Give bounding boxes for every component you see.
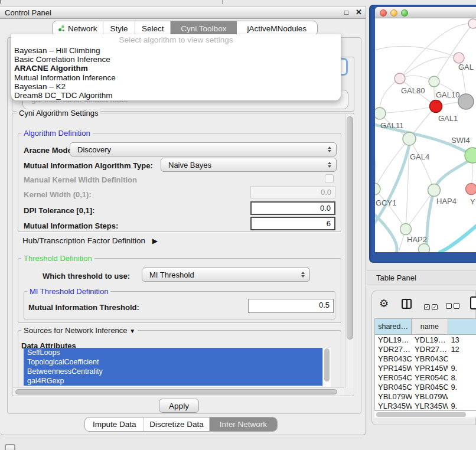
minimize-traffic-light[interactable] [390, 9, 397, 17]
table-row[interactable]: YBR043C YBR043C [375, 354, 476, 364]
list-item[interactable]: SelfLoops [24, 348, 322, 357]
cell: YBR043C [412, 354, 448, 364]
popup-item[interactable]: Mutual Information Inference [11, 73, 341, 82]
cell: YPR145W [412, 364, 448, 373]
settings-vscroll-thumb[interactable] [347, 116, 353, 340]
node-salmon[interactable] [466, 184, 476, 195]
node-gal1-red[interactable] [430, 100, 442, 113]
popup-item[interactable]: Bayesian – K2 [11, 82, 341, 91]
list-item[interactable]: BetweennessCentrality [24, 367, 322, 376]
table-row[interactable]: YER054C YER054C 8. [375, 373, 476, 383]
tab-discretize-data-label: Discretize Data [149, 420, 204, 429]
node-hap4[interactable] [428, 184, 441, 197]
collapsed-panel-button[interactable] [5, 444, 15, 450]
cell: YBL079W [412, 392, 448, 402]
label-gal4: GAL4 [410, 152, 429, 161]
columns-icon[interactable] [402, 299, 412, 309]
table-hscroll-thumb[interactable] [376, 412, 466, 417]
select-all-checks-icon[interactable]: ✓✓ [424, 301, 439, 311]
node-gal2[interactable] [454, 53, 464, 63]
tab-cyni-toolbox[interactable]: Cyni Toolbox [171, 21, 237, 35]
mi-threshold-label: Mutual Information Threshold: [28, 303, 139, 312]
sources-collapse-header[interactable]: Sources for Network Inference ▼ [21, 326, 138, 335]
tab-jactivemnodules[interactable]: jActiveMNodules [237, 21, 317, 35]
node-hap2[interactable] [400, 224, 412, 235]
gear-icon[interactable]: ⚙ [379, 297, 389, 310]
threshold-definition-label: Threshold Definition [21, 254, 94, 263]
clear-all-checks-icon[interactable] [446, 301, 461, 311]
attributes-scrollbar-thumb[interactable] [324, 348, 330, 381]
table-row[interactable]: YBR045C YBR045C 9. [375, 383, 476, 392]
tab-impute-data[interactable]: Impute Data [85, 418, 144, 431]
popup-item[interactable]: Basic Correlation Inference [11, 55, 341, 64]
new-table-icon[interactable] [470, 296, 476, 309]
network-labels: GAL80 GAL10 GAL GAL1 GAL11 GAL4 SWI4 GCY… [376, 63, 475, 244]
table-row[interactable]: YDL19… YDL19… 13 [375, 335, 476, 345]
node-swi4[interactable] [465, 148, 476, 163]
table-row[interactable]: YDR27… YDR27… 12 [375, 345, 476, 354]
table-body: YDL19… YDL19… 13 YDR27… YDR27… 12 YBR043… [375, 335, 476, 410]
close-icon[interactable]: ✕ [356, 8, 362, 17]
node-gcy1[interactable] [375, 183, 380, 195]
chevron-right-icon: ▶ [152, 237, 158, 245]
tab-network[interactable]: Network [53, 21, 103, 35]
node-gray[interactable] [458, 94, 474, 109]
table-panel-box: ⚙ ✓✓ shared… name YDL19… YDL19… 13 YDR27… [371, 291, 476, 425]
cell [448, 354, 476, 364]
manual-kernel-checkbox[interactable] [325, 174, 334, 183]
label-gcy1: GCY1 [376, 198, 396, 207]
settings-hscroll-thumb[interactable] [15, 389, 337, 394]
combo-stepper-icon [328, 162, 331, 168]
table-row[interactable]: YBL079W YBL079W [375, 392, 476, 402]
cell: YDL19… [412, 335, 448, 345]
table-panel-title: Table Panel [376, 273, 416, 282]
zoom-traffic-light[interactable] [401, 9, 408, 17]
list-item[interactable]: gal4RGexp [24, 376, 322, 386]
label-y-partial: Y [470, 197, 475, 206]
list-item[interactable]: TopologicalCoefficient [24, 357, 322, 367]
mi-type-label: Mutual Information Algorithm Type: [24, 161, 153, 170]
tab-select-label: Select [142, 24, 164, 33]
node-gal4[interactable] [403, 132, 416, 145]
node-gal11[interactable] [375, 107, 386, 119]
data-attributes-list: SelfLoops TopologicalCoefficient Between… [24, 348, 331, 387]
cell [448, 392, 476, 402]
which-threshold-value: MI Threshold [149, 270, 194, 279]
table-row[interactable]: YPR145W YPR145W 9. [375, 364, 476, 373]
float-window-icon[interactable]: □ [344, 8, 348, 17]
node-top-right[interactable] [468, 19, 476, 28]
table-row[interactable]: YLR345W YLR345W 9. [375, 402, 476, 410]
tab-select[interactable]: Select [135, 21, 171, 35]
table-horizontal-scrollbar [374, 410, 476, 418]
kernel-width-field[interactable]: 0.0 [250, 186, 335, 198]
popup-item[interactable]: Bayesian – Hill Climbing [11, 46, 341, 55]
mi-threshold-field[interactable]: 0.5 [248, 299, 334, 313]
cell: YBR045C [412, 383, 448, 392]
close-traffic-light[interactable] [380, 9, 387, 17]
combo-stepper-icon [301, 272, 305, 278]
column-header-name[interactable]: name [412, 319, 448, 334]
apply-button[interactable]: Apply [159, 399, 199, 413]
node-gal10[interactable] [429, 76, 439, 87]
tab-style[interactable]: Style [103, 21, 136, 35]
aracne-mode-combo[interactable]: Discovery [70, 142, 337, 156]
network-canvas[interactable]: GAL80 GAL10 GAL GAL1 GAL11 GAL4 SWI4 GCY… [375, 18, 476, 252]
label-gal10: GAL10 [436, 90, 459, 99]
mi-type-combo[interactable]: Naive Bayes [161, 158, 337, 172]
tab-infer-network[interactable]: Infer Network [210, 418, 277, 431]
cell: YLR345W [412, 402, 448, 410]
column-header-shared[interactable]: shared… [375, 319, 412, 334]
mi-steps-field[interactable]: 6 [250, 217, 335, 230]
dpi-tolerance-field[interactable]: 0.0 [250, 201, 335, 215]
node-bottom[interactable] [419, 244, 430, 253]
popup-item-selected[interactable]: ARACNE Algorithm [11, 64, 341, 73]
cell: YER054C [412, 373, 448, 383]
which-threshold-combo[interactable]: MI Threshold [142, 268, 310, 282]
column-header-partial[interactable] [448, 319, 476, 334]
tab-discretize-data[interactable]: Discretize Data [144, 418, 209, 431]
tab-style-label: Style [110, 24, 128, 33]
hub-definition-expander[interactable]: Hub/Transcription Factor Definition ▶ [22, 236, 158, 245]
node-gal80[interactable] [395, 73, 405, 84]
popup-item[interactable]: Dream8 DC_TDC Algorithm [11, 91, 341, 100]
network-view-window: GAL80 GAL10 GAL GAL1 GAL11 GAL4 SWI4 GCY… [369, 5, 476, 263]
